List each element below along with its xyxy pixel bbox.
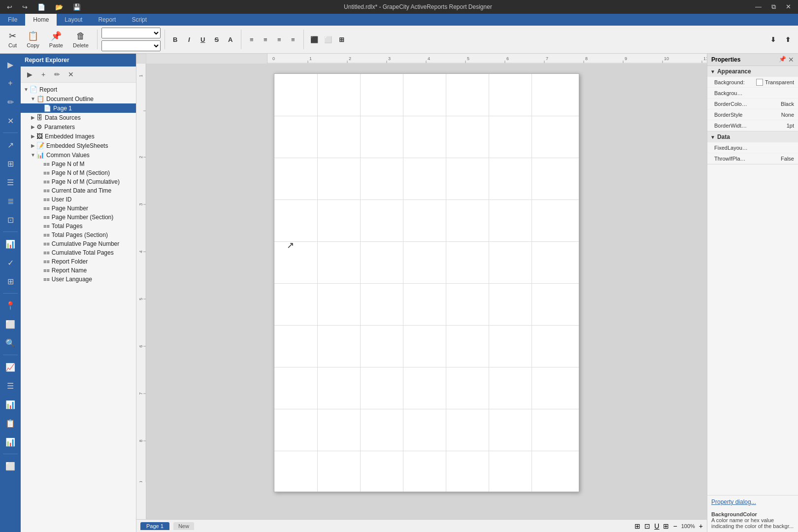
panel-close-btn[interactable]: ✕	[788, 56, 794, 64]
delete-btn[interactable]: 🗑Delete	[68, 29, 93, 51]
property-dialog-link[interactable]: Property dialog...	[711, 499, 756, 505]
new-btn[interactable]: 📄	[34, 2, 48, 12]
exp-edit-btn[interactable]: ✏	[51, 68, 63, 80]
new-page-tab[interactable]: New	[173, 522, 194, 530]
tab-file[interactable]: File	[0, 14, 25, 26]
data-section-header[interactable]: ▼ Data	[707, 132, 798, 142]
tool-7[interactable]: ✓	[1, 254, 19, 271]
tree-page-number[interactable]: ≡≡ Page Number	[21, 204, 136, 213]
pointer-btn[interactable]: ↗	[1, 136, 19, 154]
italic-btn[interactable]: I	[183, 33, 196, 46]
arrow-embedded-images[interactable]: ▶	[30, 133, 36, 139]
tree-report-folder[interactable]: ≡≡ Report Folder	[21, 257, 136, 266]
arrow-doc-outline[interactable]: ▼	[30, 96, 36, 101]
tree-parameters[interactable]: ▶ ⚙ Parameters	[21, 122, 136, 132]
add-btn[interactable]: +	[1, 74, 19, 92]
ruler-horizontal: 0 1 2 3 4 5 6 7 8	[136, 54, 707, 64]
tool-15[interactable]: 📋	[1, 414, 19, 432]
tool-9[interactable]: 📍	[1, 297, 19, 314]
font-size-select[interactable]	[101, 40, 161, 51]
tool-3[interactable]: ☰	[1, 173, 19, 191]
paste-btn[interactable]: 📌Paste	[45, 28, 67, 51]
exp-run-btn[interactable]: ▶	[24, 68, 35, 80]
align-left-btn[interactable]: ≡	[245, 33, 258, 46]
tool-11[interactable]: 🔍	[1, 334, 19, 352]
border-outside-btn[interactable]: ⬜	[322, 33, 334, 46]
underline-btn[interactable]: U	[197, 33, 209, 46]
cut-btn[interactable]: ✂Cut	[4, 28, 21, 51]
tree-page-n-of-m-section[interactable]: ≡≡ Page N of M (Section)	[21, 168, 136, 177]
tree-page-number-section[interactable]: ≡≡ Page Number (Section)	[21, 213, 136, 222]
save-btn[interactable]: 💾	[70, 2, 84, 12]
tool-8[interactable]: ⊞	[1, 272, 19, 290]
tree-common-values[interactable]: ▼ 📊 Common Values	[21, 150, 136, 160]
tool-14[interactable]: 📊	[1, 396, 19, 413]
tool-5[interactable]: ⊡	[1, 211, 19, 229]
page-canvas[interactable]	[274, 73, 579, 492]
tab-home[interactable]: Home	[25, 14, 57, 26]
tool-4[interactable]: ≣	[1, 192, 19, 210]
tool-12[interactable]: 📈	[1, 358, 19, 376]
tool-16[interactable]: 📊	[1, 433, 19, 451]
align-center-btn[interactable]: ≡	[259, 33, 272, 46]
tree-report[interactable]: ▼ 📄 Report	[21, 85, 136, 94]
arrow-common-values[interactable]: ▼	[30, 152, 36, 158]
page-tab-1[interactable]: Page 1	[140, 522, 169, 530]
align-right-btn[interactable]: ≡	[273, 33, 286, 46]
tree-datasources[interactable]: ▶ 🗄 Data Sources	[21, 113, 136, 122]
zoom-plus[interactable]: +	[699, 522, 703, 530]
tree-cumulative-total-pages[interactable]: ≡≡ Cumulative Total Pages	[21, 248, 136, 257]
restore-btn[interactable]: ⧉	[768, 2, 779, 12]
border-inside-btn[interactable]: ⊞	[335, 33, 348, 46]
tree-total-pages-section[interactable]: ≡≡ Total Pages (Section)	[21, 231, 136, 239]
tab-script[interactable]: Script	[124, 14, 155, 26]
zoom-minus[interactable]: −	[673, 522, 677, 530]
bold-btn[interactable]: B	[169, 33, 182, 46]
minimize-btn[interactable]: —	[752, 2, 765, 12]
tool-17[interactable]: ⬜	[1, 457, 19, 475]
arrow-datasources[interactable]: ▶	[30, 115, 36, 120]
tree-current-date-time[interactable]: ≡≡ Current Date and Time	[21, 186, 136, 195]
panel-pin-icon[interactable]: 📌	[779, 56, 786, 64]
edit-btn[interactable]: ✏	[1, 93, 19, 111]
tool-2[interactable]: ⊞	[1, 155, 19, 172]
color-btn[interactable]: A	[224, 33, 237, 46]
tree-total-pages[interactable]: ≡≡ Total Pages	[21, 222, 136, 231]
explorer-header: Report Explorer	[21, 54, 136, 66]
copy-btn[interactable]: 📋Copy	[22, 28, 44, 51]
tab-layout[interactable]: Layout	[57, 14, 90, 26]
tool-10[interactable]: ⬜	[1, 315, 19, 333]
font-family-select[interactable]	[101, 28, 161, 38]
arrow-embedded-stylesheets[interactable]: ▶	[30, 143, 36, 148]
canvas-scroll[interactable]: ↗	[146, 64, 707, 519]
close-btn[interactable]: ✕	[783, 2, 794, 12]
tree-page-n-of-m[interactable]: ≡≡ Page N of M	[21, 160, 136, 168]
tool-13[interactable]: ☰	[1, 377, 19, 395]
align-justify-btn[interactable]: ≡	[287, 33, 299, 46]
exp-add-btn[interactable]: +	[37, 68, 49, 80]
tree-report-name[interactable]: ≡≡ Report Name	[21, 266, 136, 275]
appearance-section-header[interactable]: ▼ Appearance	[707, 66, 798, 77]
tree-user-language[interactable]: ≡≡ User Language	[21, 275, 136, 284]
tab-report[interactable]: Report	[90, 14, 124, 26]
tree-user-id[interactable]: ≡≡ User ID	[21, 195, 136, 204]
export-btn[interactable]: ⬆	[781, 33, 794, 46]
import-btn[interactable]: ⬇	[766, 33, 779, 46]
run-btn[interactable]: ▶	[1, 56, 19, 73]
open-btn[interactable]: 📂	[52, 2, 66, 12]
tool-6[interactable]: 📊	[1, 235, 19, 253]
tree-cumulative-page-number[interactable]: ≡≡ Cumulative Page Number	[21, 239, 136, 248]
tree-page1[interactable]: 📄 Page 1	[21, 103, 136, 113]
tree-doc-outline[interactable]: ▼ 📋 Document Outline	[21, 94, 136, 103]
redo-btn[interactable]: ↪	[19, 2, 31, 12]
delete-item-btn[interactable]: ✕	[1, 112, 19, 130]
border-all-btn[interactable]: ⬛	[308, 33, 321, 46]
arrow-parameters[interactable]: ▶	[30, 124, 36, 130]
tree-embedded-images[interactable]: ▶ 🖼 Embedded Images	[21, 132, 136, 141]
strikethrough-btn[interactable]: S	[210, 33, 223, 46]
tree-page-n-of-m-cumulative[interactable]: ≡≡ Page N of M (Cumulative)	[21, 177, 136, 186]
undo-btn[interactable]: ↩	[4, 2, 15, 12]
exp-delete-btn[interactable]: ✕	[65, 68, 77, 80]
arrow-report[interactable]: ▼	[23, 87, 30, 92]
tree-embedded-stylesheets[interactable]: ▶ 📝 Embedded StyleSheets	[21, 141, 136, 150]
